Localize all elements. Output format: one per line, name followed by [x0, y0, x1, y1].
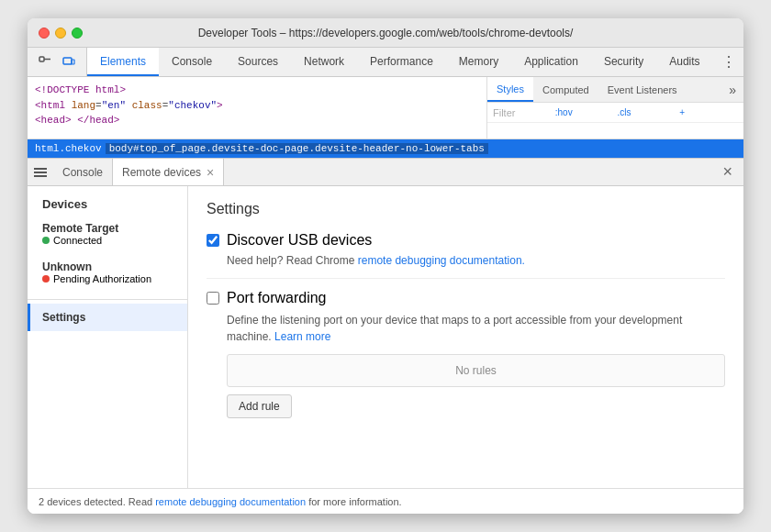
- html-source: <!DOCTYPE html> <html lang="en" class="c…: [28, 77, 486, 139]
- inspect-icon[interactable]: [35, 52, 55, 72]
- drawer-close-button[interactable]: ×: [715, 162, 740, 182]
- more-tabs-button[interactable]: ⋮: [714, 48, 743, 76]
- nav-icons-group: [28, 48, 87, 76]
- drawer-menu-icon[interactable]: [31, 163, 50, 182]
- drawer: Console Remote devices × × Devices Remot…: [28, 158, 743, 514]
- drawer-tabs-bar: Console Remote devices × ×: [28, 159, 743, 186]
- port-forward-checkbox[interactable]: [207, 292, 219, 305]
- settings-panel: Settings Discover USB devices Need help?…: [188, 186, 743, 488]
- status-bar: 2 devices detected. Read remote debuggin…: [28, 488, 743, 514]
- styles-tab-styles[interactable]: Styles: [487, 77, 533, 102]
- styles-tab-computed[interactable]: Computed: [533, 77, 598, 102]
- breadcrumb-body[interactable]: body#top_of_page.devsite-doc-page.devsit…: [106, 143, 488, 154]
- add-rule-button[interactable]: Add rule: [227, 394, 292, 418]
- no-rules-text: No rules: [455, 364, 497, 377]
- devices-title: Devices: [42, 197, 173, 211]
- pending-status-dot: [42, 275, 50, 283]
- tab-sources[interactable]: Sources: [225, 48, 291, 76]
- maximize-button[interactable]: [72, 28, 83, 39]
- minimize-button[interactable]: [55, 28, 66, 39]
- port-forward-row: Port forwarding: [207, 290, 725, 306]
- sidebar-item-remote-target[interactable]: Remote Target Connected: [42, 218, 173, 249]
- tab-console[interactable]: Console: [159, 48, 225, 76]
- close-button[interactable]: [39, 28, 50, 39]
- connected-label: Connected: [53, 235, 102, 246]
- cls-button[interactable]: .cls: [618, 107, 676, 117]
- tab-audits[interactable]: Audits: [656, 48, 712, 76]
- connected-status-dot: [42, 237, 50, 244]
- styles-filter-bar: Filter :hov .cls +: [487, 103, 743, 123]
- filter-placeholder: Filter: [493, 107, 552, 118]
- device-toolbar-icon[interactable]: [59, 52, 79, 72]
- sidebar-item-unknown[interactable]: Unknown Pending Authorization: [42, 257, 173, 288]
- devices-sidebar: Devices Remote Target Connected Unknown: [28, 186, 188, 488]
- tab-elements[interactable]: Elements: [87, 48, 159, 76]
- hov-button[interactable]: :hov: [555, 107, 614, 117]
- html-line-3: <head> </head>: [35, 113, 479, 128]
- tab-network[interactable]: Network: [291, 48, 357, 76]
- html-editor: <!DOCTYPE html> <html lang="en" class="c…: [28, 77, 743, 139]
- status-text-after: for more information.: [308, 496, 401, 507]
- usb-help-text: Need help? Read Chrome remote debugging …: [207, 254, 725, 267]
- svg-rect-2: [63, 58, 72, 64]
- styles-panel: Styles Computed Event Listeners » Filter…: [486, 77, 743, 139]
- svg-rect-0: [39, 57, 44, 61]
- drawer-content: Devices Remote Target Connected Unknown: [28, 186, 743, 488]
- usb-devices-label: Discover USB devices: [227, 232, 372, 249]
- styles-tab-event-listeners[interactable]: Event Listeners: [598, 77, 687, 102]
- nav-tabs: Elements Console Sources Network Perform…: [87, 48, 714, 76]
- section-divider-1: [207, 278, 725, 279]
- remote-target-status: Connected: [42, 235, 173, 246]
- status-debug-link[interactable]: remote debugging documentation: [155, 496, 306, 507]
- tab-memory[interactable]: Memory: [446, 48, 511, 76]
- html-line-2: <html lang="en" class="chekov">: [35, 98, 479, 114]
- usb-devices-row: Discover USB devices: [207, 232, 725, 249]
- html-line-1: <!DOCTYPE html>: [35, 83, 479, 98]
- tab-security[interactable]: Security: [591, 48, 656, 76]
- devices-section: Devices Remote Target Connected Unknown: [28, 186, 187, 295]
- devtools-window: Developer Tools – https://developers.goo…: [28, 18, 743, 514]
- learn-more-link[interactable]: Learn more: [274, 330, 330, 343]
- remote-debug-link-1[interactable]: remote debugging documentation.: [358, 254, 525, 267]
- svg-rect-3: [72, 60, 74, 64]
- titlebar: Developer Tools – https://developers.goo…: [28, 18, 743, 48]
- traffic-lights: [39, 28, 83, 39]
- sidebar-divider: [28, 299, 187, 300]
- styles-tabs-bar: Styles Computed Event Listeners »: [487, 77, 743, 103]
- tab-performance[interactable]: Performance: [357, 48, 446, 76]
- pending-label: Pending Authorization: [53, 273, 151, 284]
- tab-application[interactable]: Application: [511, 48, 591, 76]
- unknown-status: Pending Authorization: [42, 273, 173, 284]
- status-text-before: 2 devices detected. Read: [39, 496, 152, 507]
- breadcrumb-bar: html.chekov body#top_of_page.devsite-doc…: [28, 139, 743, 158]
- devtools-navbar: Elements Console Sources Network Perform…: [28, 48, 743, 77]
- sidebar-settings-item[interactable]: Settings: [28, 304, 187, 331]
- devtools-body: Console Remote devices × × Devices Remot…: [28, 158, 743, 514]
- rules-box: No rules: [227, 354, 725, 387]
- port-forward-label: Port forwarding: [227, 290, 327, 306]
- remote-target-label: Remote Target: [42, 222, 173, 235]
- drawer-tab-remote-devices[interactable]: Remote devices ×: [112, 159, 224, 185]
- drawer-tab-console[interactable]: Console: [53, 159, 112, 185]
- styles-tab-more[interactable]: »: [721, 77, 743, 102]
- breadcrumb-html[interactable]: html.chekov: [31, 143, 106, 154]
- window-title: Developer Tools – https://developers.goo…: [39, 27, 732, 39]
- settings-title: Settings: [207, 201, 725, 217]
- unknown-label: Unknown: [42, 260, 173, 273]
- port-forward-section: Port forwarding Define the listening por…: [207, 290, 725, 418]
- drawer-tab-close-icon[interactable]: ×: [207, 165, 214, 180]
- port-forward-desc: Define the listening port on your device…: [207, 312, 725, 345]
- usb-devices-checkbox[interactable]: [207, 234, 219, 247]
- add-style-button[interactable]: +: [679, 107, 738, 117]
